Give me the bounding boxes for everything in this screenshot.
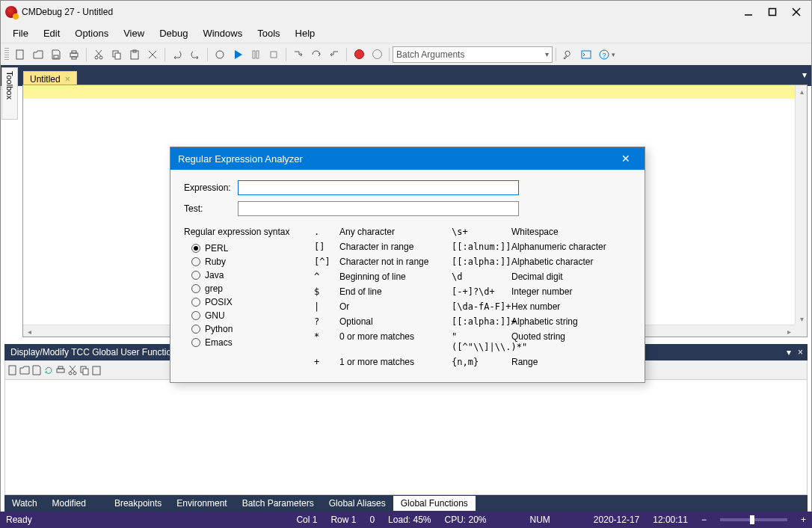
pause-icon[interactable]	[247, 46, 264, 63]
pin-icon[interactable]: ▾	[787, 347, 791, 357]
new-icon[interactable]	[12, 46, 28, 63]
help-icon[interactable]: ?	[596, 46, 612, 63]
statusbar: Ready Col 1 Row 1 0 Load: 45% CPU: 20% N…	[0, 512, 812, 528]
scroll-left-icon[interactable]: ◂	[23, 325, 35, 337]
zoom-plus-icon[interactable]: +	[801, 515, 806, 525]
ref-cell: [-+]?\d+	[452, 286, 511, 297]
vertical-scrollbar[interactable]: ▴ ▾	[795, 85, 807, 325]
menu-windows[interactable]: Windows	[195, 25, 250, 41]
bp-paste-icon[interactable]	[90, 364, 102, 376]
ref-cell: End of line	[339, 286, 452, 297]
ref-cell: .	[314, 227, 339, 237]
tab-modified[interactable]: Modified	[45, 496, 93, 511]
syntax-radio-ruby[interactable]: Ruby	[184, 255, 296, 268]
zoom-minus-icon[interactable]: −	[701, 515, 707, 525]
menu-help[interactable]: Help	[288, 25, 323, 41]
editor-tabbar: Untitled × ▾	[1, 65, 811, 86]
wrench-icon[interactable]	[560, 46, 576, 63]
bp-cut-icon[interactable]	[67, 364, 79, 376]
radio-icon	[191, 271, 200, 280]
step-into-icon[interactable]	[290, 46, 307, 63]
ref-cell: [\da-fA-F]+	[452, 301, 511, 312]
svg-point-9	[95, 56, 98, 59]
radio-label: Python	[205, 324, 233, 334]
menu-file[interactable]: File	[5, 25, 36, 41]
ref-cell: [[:alnum:]]	[452, 242, 511, 252]
syntax-radio-emacs[interactable]: Emacs	[184, 336, 296, 349]
bp-print-icon[interactable]	[55, 364, 67, 376]
ref-cell: +	[314, 357, 339, 367]
bp-new-icon[interactable]	[7, 364, 19, 376]
undo-icon[interactable]	[169, 46, 185, 63]
copy-icon[interactable]	[108, 46, 125, 63]
bp-copy-icon[interactable]	[79, 364, 90, 376]
record-icon[interactable]	[351, 46, 367, 63]
bp-refresh-icon[interactable]	[43, 364, 55, 376]
tab-breakpoints[interactable]: Breakpoints	[107, 496, 169, 511]
radio-icon	[191, 257, 200, 266]
cut-icon[interactable]	[90, 46, 107, 63]
file-tab-untitled[interactable]: Untitled ×	[23, 71, 77, 86]
menu-options[interactable]: Options	[67, 25, 116, 41]
syntax-radio-java[interactable]: Java	[184, 268, 296, 282]
toolbox-panel[interactable]: Toolbox	[1, 67, 18, 120]
open-icon[interactable]	[30, 46, 46, 63]
menu-view[interactable]: View	[116, 25, 152, 41]
close-tab-icon[interactable]: ×	[65, 74, 70, 85]
ref-cell: 1 or more matches	[339, 357, 452, 367]
toolbar-grip[interactable]	[4, 48, 9, 61]
batch-arguments-combo[interactable]: Batch Arguments	[393, 46, 553, 63]
step-out-icon[interactable]	[326, 46, 342, 63]
bottom-panel-title-text: Display/Modify TCC Global User Functions	[10, 347, 181, 357]
menu-edit[interactable]: Edit	[36, 25, 67, 41]
tab-watch[interactable]: Watch	[4, 496, 45, 511]
maximize-button[interactable]	[762, 4, 783, 19]
paste-icon[interactable]	[126, 46, 143, 63]
scroll-down-icon[interactable]: ▾	[796, 313, 808, 325]
svg-rect-28	[58, 366, 63, 369]
tab-global-aliases[interactable]: Global Aliases	[322, 496, 393, 511]
syntax-radio-grep[interactable]: grep	[184, 282, 296, 295]
menu-debug[interactable]: Debug	[152, 25, 195, 41]
expression-input[interactable]	[238, 180, 519, 195]
scroll-right-icon[interactable]: ▸	[783, 325, 795, 337]
close-button[interactable]	[786, 4, 807, 19]
dialog-titlebar[interactable]: Regular Expression Analyzer ✕	[170, 147, 645, 170]
svg-rect-7	[72, 51, 76, 53]
syntax-radio-gnu[interactable]: GNU	[184, 309, 296, 322]
delete-icon[interactable]	[144, 46, 161, 63]
radio-label: GNU	[205, 310, 225, 321]
bp-open-icon[interactable]	[19, 364, 31, 376]
breakpoint-icon[interactable]	[212, 46, 228, 63]
ref-cell: Character not in range	[339, 257, 452, 267]
step-over-icon[interactable]	[308, 46, 325, 63]
print-icon[interactable]	[66, 46, 82, 63]
redo-icon[interactable]	[187, 46, 203, 63]
ref-cell: []	[314, 242, 339, 252]
dropdown-caret-icon[interactable]: ▾	[612, 51, 615, 58]
save-icon[interactable]	[48, 46, 64, 63]
zoom-slider[interactable]	[720, 518, 787, 521]
close-panel-icon[interactable]: ×	[798, 347, 803, 357]
bp-save-icon[interactable]	[31, 364, 43, 376]
ref-cell: $	[314, 286, 339, 297]
syntax-radio-python[interactable]: Python	[184, 322, 296, 336]
tab-batch-parameters[interactable]: Batch Parameters	[235, 496, 322, 511]
scroll-up-icon[interactable]: ▴	[796, 85, 808, 97]
record-ring-icon[interactable]	[369, 46, 385, 63]
prompt-icon[interactable]	[578, 46, 594, 63]
minimize-button[interactable]	[738, 4, 759, 19]
panel-dropdown-icon[interactable]: ▾	[802, 70, 807, 80]
menu-tools[interactable]: Tools	[250, 25, 287, 41]
bottom-panel-body[interactable]	[4, 380, 808, 495]
run-icon[interactable]	[230, 46, 246, 63]
syntax-radio-perl[interactable]: PERL	[184, 242, 296, 255]
status-ready: Ready	[6, 515, 32, 525]
stop-icon[interactable]	[265, 46, 282, 63]
tab-global-functions[interactable]: Global Functions	[393, 496, 476, 511]
radio-label: Java	[205, 270, 224, 280]
tab-environment[interactable]: Environment	[169, 496, 234, 511]
syntax-radio-posix[interactable]: POSIX	[184, 295, 296, 309]
dialog-close-icon[interactable]: ✕	[615, 153, 637, 165]
test-input[interactable]	[238, 201, 519, 216]
